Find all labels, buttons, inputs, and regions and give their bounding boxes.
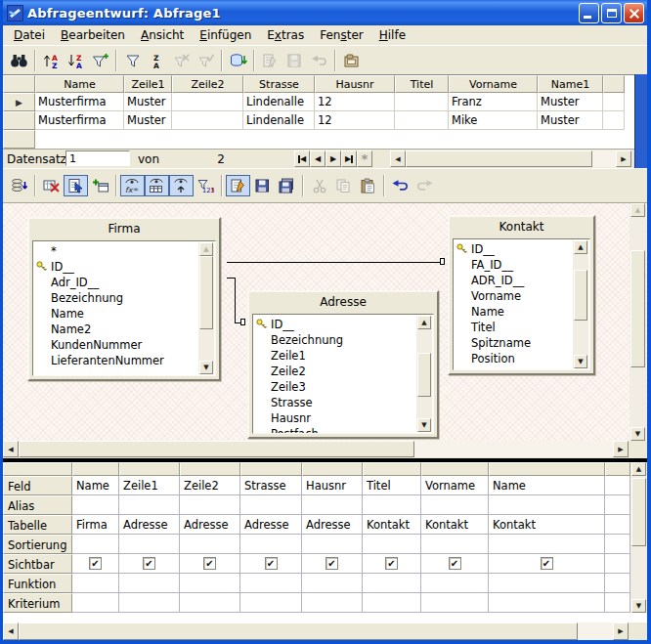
new-record-button[interactable]: * xyxy=(357,150,372,167)
kriterium-cell[interactable] xyxy=(180,593,240,613)
scroll-right-icon[interactable]: ▶ xyxy=(616,150,631,167)
cell[interactable] xyxy=(395,111,449,130)
design-column-header[interactable] xyxy=(72,462,119,476)
row-selector[interactable] xyxy=(3,111,35,130)
design-column-header[interactable] xyxy=(180,462,240,476)
alias-cell[interactable] xyxy=(119,495,180,515)
scroll-left-icon[interactable]: ◀ xyxy=(390,150,406,167)
record-number-input[interactable] xyxy=(65,150,130,166)
kriterium-cell[interactable] xyxy=(363,593,421,613)
column-header-name[interactable]: Name xyxy=(35,75,124,93)
scroll-down-icon[interactable]: ▼ xyxy=(630,427,645,441)
sortierung-cell[interactable] xyxy=(119,535,180,554)
scroll-right-icon[interactable]: ▶ xyxy=(613,441,629,457)
field-item[interactable]: Hausnr xyxy=(256,410,433,426)
field-item[interactable]: Zeile1 xyxy=(256,348,433,364)
kriterium-cell[interactable] xyxy=(119,593,180,613)
minimize-button[interactable] xyxy=(579,3,599,23)
cell[interactable]: 12 xyxy=(315,111,395,130)
close-button[interactable] xyxy=(624,3,644,23)
scrollbar-thumb[interactable] xyxy=(631,478,646,546)
funktion-cell[interactable] xyxy=(302,574,363,593)
autofilter-button[interactable] xyxy=(88,50,112,71)
sichtbar-checkbox[interactable]: ✔ xyxy=(203,557,216,570)
column-header-name1[interactable]: Name1 xyxy=(538,75,603,93)
sortierung-cell[interactable] xyxy=(302,535,363,554)
field-item[interactable]: FA_ID__ xyxy=(456,257,589,273)
grid-horizontal-scrollbar[interactable]: ◀ ▶ xyxy=(3,623,647,640)
paste-button[interactable] xyxy=(356,175,380,196)
kriterium-cell[interactable] xyxy=(72,593,119,613)
field-list-scrollbar[interactable]: ▲ ▼ xyxy=(198,242,214,374)
field-item[interactable]: Zeile2 xyxy=(256,364,433,379)
alias-button[interactable] xyxy=(169,175,194,196)
column-header-zeile2[interactable]: Zeile2 xyxy=(172,75,243,93)
find-record-button[interactable] xyxy=(7,50,31,71)
undo-data-entry-button[interactable] xyxy=(307,50,331,71)
scrollbar-thumb[interactable] xyxy=(199,256,213,329)
field-item[interactable]: Adr_ID__ xyxy=(36,275,215,290)
sichtbar-checkbox[interactable]: ✔ xyxy=(143,557,155,570)
apply-filter-button[interactable] xyxy=(194,50,218,71)
tabelle-cell[interactable]: Kontakt xyxy=(363,515,421,535)
cell[interactable]: 12 xyxy=(315,93,395,111)
design-column-header[interactable] xyxy=(119,462,180,476)
funktion-cell[interactable] xyxy=(119,574,180,593)
menu-hilfe[interactable]: Hilfe xyxy=(371,26,413,45)
design-vertical-scrollbar[interactable]: ▲ ▼ xyxy=(629,203,646,441)
redo-button[interactable] xyxy=(412,175,437,196)
edit-button[interactable] xyxy=(226,175,250,196)
remove-filter-sort-button[interactable] xyxy=(169,50,194,71)
menu-datei[interactable]: Datei xyxy=(6,26,53,45)
save-record-button[interactable] xyxy=(282,50,307,71)
sichtbar-checkbox[interactable]: ✔ xyxy=(326,557,338,570)
scroll-down-icon[interactable]: ▼ xyxy=(574,355,587,368)
scroll-up-icon[interactable]: ▲ xyxy=(630,203,645,217)
field-item[interactable]: ID__ xyxy=(456,241,589,257)
funktion-cell[interactable] xyxy=(180,574,240,593)
field-item[interactable]: ID__ xyxy=(36,259,215,275)
table-title[interactable]: Adresse xyxy=(249,292,437,312)
menu-extras[interactable]: Extras xyxy=(259,26,312,45)
alias-cell[interactable] xyxy=(72,495,119,515)
table-name-button[interactable] xyxy=(145,175,169,196)
menu-einfuegen[interactable]: Einfügen xyxy=(192,26,259,45)
field-list-scrollbar[interactable]: ▲ ▼ xyxy=(416,316,432,432)
switch-design-view-button[interactable] xyxy=(64,175,88,196)
table-title[interactable]: Kontakt xyxy=(450,217,593,236)
kriterium-cell[interactable] xyxy=(240,593,302,613)
distinct-values-button[interactable]: 123! xyxy=(194,175,218,196)
scrollbar-thumb[interactable] xyxy=(19,441,414,457)
row-selector[interactable]: ▶ xyxy=(3,93,35,111)
cell[interactable]: Mike xyxy=(449,111,538,130)
design-column-header[interactable] xyxy=(489,462,605,476)
funktion-cell[interactable] xyxy=(421,574,489,593)
column-header-titel[interactable]: Titel xyxy=(395,75,449,93)
field-item[interactable]: Name xyxy=(456,304,589,320)
funktion-cell[interactable] xyxy=(363,574,421,593)
field-item[interactable]: LieferantenNummer xyxy=(36,353,215,368)
field-item[interactable]: ID__ xyxy=(256,317,433,332)
feld-cell[interactable]: Vorname xyxy=(421,476,489,495)
scroll-down-icon[interactable]: ▼ xyxy=(417,418,431,432)
alias-cell[interactable] xyxy=(180,495,240,515)
feld-cell[interactable]: Strasse xyxy=(240,476,302,495)
tabelle-cell[interactable]: Adresse xyxy=(119,515,180,535)
feld-cell[interactable]: Hausnr xyxy=(302,476,363,495)
scroll-left-icon[interactable]: ◀ xyxy=(3,623,19,640)
kriterium-cell[interactable] xyxy=(489,593,605,613)
cell[interactable]: Musterfirma xyxy=(35,93,124,111)
cell[interactable] xyxy=(172,111,243,130)
query-design-canvas[interactable]: Firma * ID__ Adr_ID__ Bezeichnung Name N… xyxy=(3,203,647,457)
grid-vertical-scrollbar[interactable]: ▲ ▼ xyxy=(630,462,647,613)
save-as-button[interactable] xyxy=(275,175,299,196)
copy-button[interactable] xyxy=(331,175,356,196)
scroll-left-icon[interactable]: ◀ xyxy=(3,441,19,457)
table-box-adresse[interactable]: Adresse ID__ Bezeichnung Zeile1 Zeile2 Z… xyxy=(247,290,439,439)
feld-cell[interactable]: Titel xyxy=(363,476,421,495)
menu-fenster[interactable]: Fenster xyxy=(312,26,371,45)
field-item[interactable]: Bezeichnung xyxy=(36,290,215,306)
edit-data-button[interactable] xyxy=(258,50,282,71)
menu-bearbeiten[interactable]: Bearbeiten xyxy=(53,26,133,45)
alias-cell[interactable] xyxy=(363,495,421,515)
